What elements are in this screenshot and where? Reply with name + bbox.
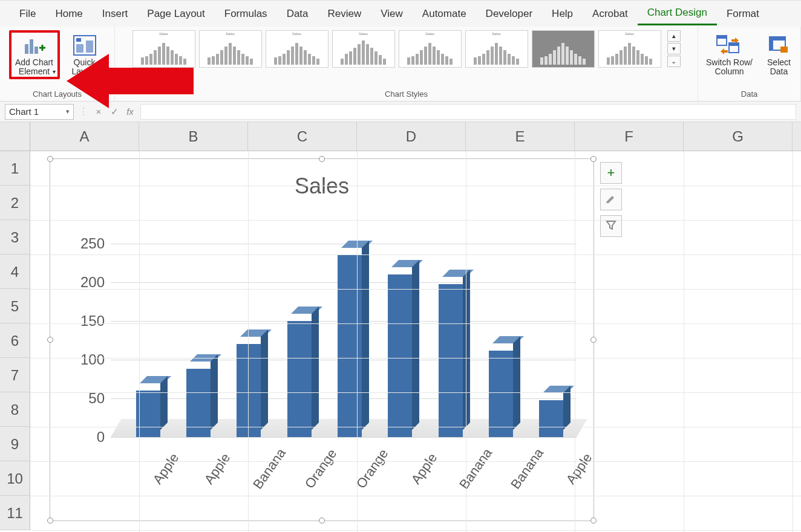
quick-layout-button[interactable]: Quick Layout	[64, 30, 106, 79]
formula-confirm-icon[interactable]: ✓	[109, 106, 120, 117]
chart-style-thumb-8[interactable]	[598, 30, 661, 68]
resize-handle[interactable]	[590, 156, 597, 162]
chart-filter-button[interactable]	[600, 215, 622, 237]
chart-title[interactable]: Sales	[50, 174, 593, 199]
svg-rect-5	[76, 44, 83, 53]
brush-icon	[605, 192, 617, 207]
add-chart-element-icon	[21, 33, 48, 58]
chart-styles-more-icon[interactable]: ⌄	[667, 56, 681, 67]
col-header-F[interactable]: F	[575, 122, 684, 151]
chevron-down-icon[interactable]: ▾	[66, 108, 70, 115]
menu-file[interactable]: File	[10, 3, 45, 25]
chart-x-labels: AppleAppleBananaOrangeOrangeAppleBananaB…	[123, 443, 587, 459]
menu-developer[interactable]: Developer	[476, 3, 543, 25]
resize-handle[interactable]	[319, 517, 325, 524]
row-header-4[interactable]: 4	[0, 255, 30, 289]
menu-insert[interactable]: Insert	[93, 3, 138, 25]
resize-handle[interactable]	[47, 156, 53, 162]
formula-cancel-icon[interactable]: ×	[93, 106, 104, 117]
row-header-9[interactable]: 9	[0, 427, 30, 461]
resize-handle[interactable]	[47, 517, 53, 524]
fx-icon[interactable]: fx	[125, 106, 136, 117]
chart-style-thumb-7[interactable]	[532, 30, 595, 68]
menu-formulas[interactable]: Formulas	[215, 3, 277, 25]
chart-elements-plus-button[interactable]: +	[600, 162, 622, 184]
col-header-C[interactable]: C	[248, 122, 357, 151]
col-header-B[interactable]: B	[139, 122, 248, 151]
menu-acrobat[interactable]: Acrobat	[583, 3, 638, 25]
chart-bar[interactable]	[489, 351, 513, 437]
chart-y-tick-label: 100	[80, 351, 105, 368]
chart-bar[interactable]	[338, 255, 362, 437]
chart-styles-up-icon[interactable]: ▴	[667, 30, 681, 42]
chart-bar[interactable]	[539, 400, 563, 437]
chart-bar[interactable]	[287, 321, 312, 437]
select-data-button[interactable]: Select Data	[761, 30, 797, 79]
formula-input[interactable]	[140, 104, 796, 120]
menu-chart-design[interactable]: Chart Design	[638, 2, 717, 25]
chart-styles-down-icon[interactable]: ▾	[667, 43, 681, 54]
chart-object[interactable]: Sales 050100150200250 AppleAppleBananaOr…	[50, 158, 594, 521]
name-box-value: Chart 1	[9, 106, 39, 117]
menu-page-layout[interactable]: Page Layout	[137, 3, 214, 25]
chart-styles-scroll[interactable]: ▴ ▾ ⌄	[667, 30, 681, 67]
select-all-corner[interactable]	[0, 122, 30, 151]
menu-view[interactable]: View	[371, 3, 413, 25]
chart-style-brush-button[interactable]	[600, 189, 622, 210]
row-header-11[interactable]: 11	[0, 496, 30, 530]
row-header-1[interactable]: 1	[0, 151, 30, 186]
chart-style-thumb-3[interactable]	[266, 30, 329, 68]
chart-style-thumb-6[interactable]	[465, 30, 528, 68]
chart-y-tick-label: 150	[80, 313, 105, 329]
select-data-icon	[765, 33, 793, 58]
name-box[interactable]: Chart 1 ▾	[5, 104, 74, 120]
row-header-2[interactable]: 2	[0, 186, 30, 220]
ribbon: Add Chart Element ▾ Quick Layout Chart L…	[0, 27, 801, 102]
filter-icon	[606, 219, 616, 233]
chart-plot-area[interactable]: 050100150200250	[111, 244, 577, 437]
data-group-label: Data	[741, 87, 757, 100]
menu-help[interactable]: Help	[542, 3, 583, 25]
chart-x-tick-label: Orange	[351, 443, 394, 495]
chart-style-thumb-1[interactable]	[132, 30, 195, 68]
row-header-10[interactable]: 10	[0, 461, 30, 496]
row-header-7[interactable]: 7	[0, 358, 30, 392]
row-header-5[interactable]: 5	[0, 289, 30, 323]
switch-row-column-label: Switch Row/ Column	[706, 58, 753, 77]
col-header-A[interactable]: A	[30, 122, 139, 151]
resize-handle[interactable]	[590, 517, 597, 524]
row-header-8[interactable]: 8	[0, 392, 30, 427]
menu-review[interactable]: Review	[318, 3, 371, 25]
resize-handle[interactable]	[47, 337, 53, 343]
svg-rect-2	[34, 47, 38, 54]
grid-body[interactable]: Sales 050100150200250 AppleAppleBananaOr…	[30, 151, 801, 532]
svg-rect-0	[25, 44, 28, 54]
menu-data[interactable]: Data	[277, 3, 318, 25]
menu-automate[interactable]: Automate	[413, 3, 476, 25]
svg-rect-4	[76, 38, 81, 42]
svg-rect-10	[729, 43, 739, 46]
chart-bar[interactable]	[388, 274, 412, 437]
menu-format[interactable]: Format	[717, 3, 769, 25]
row-header-3[interactable]: 3	[0, 220, 30, 255]
row-header-6[interactable]: 6	[0, 323, 30, 358]
plus-icon: +	[607, 165, 615, 181]
chart-style-thumb-4[interactable]	[332, 30, 395, 68]
spreadsheet-grid: ABCDEFG 1234567891011 Sales 050100150200…	[0, 122, 801, 532]
switch-row-column-icon	[716, 33, 744, 58]
resize-handle[interactable]	[319, 156, 325, 162]
col-header-E[interactable]: E	[466, 122, 575, 151]
resize-handle[interactable]	[590, 337, 597, 343]
chart-style-thumb-2[interactable]	[199, 30, 262, 68]
chart-bar[interactable]	[439, 284, 463, 437]
chart-style-thumb-5[interactable]	[399, 30, 462, 68]
switch-row-column-button[interactable]: Switch Row/ Column	[702, 30, 757, 79]
add-chart-element-button[interactable]: Add Chart Element ▾	[9, 30, 60, 79]
svg-rect-8	[717, 36, 727, 39]
quick-layout-label: Quick Layout	[71, 58, 97, 77]
col-header-D[interactable]: D	[357, 122, 466, 151]
chart-x-tick-label: Apple	[197, 443, 239, 495]
chart-y-tick-label: 200	[80, 274, 105, 291]
col-header-G[interactable]: G	[684, 122, 793, 151]
menu-home[interactable]: Home	[45, 3, 92, 25]
